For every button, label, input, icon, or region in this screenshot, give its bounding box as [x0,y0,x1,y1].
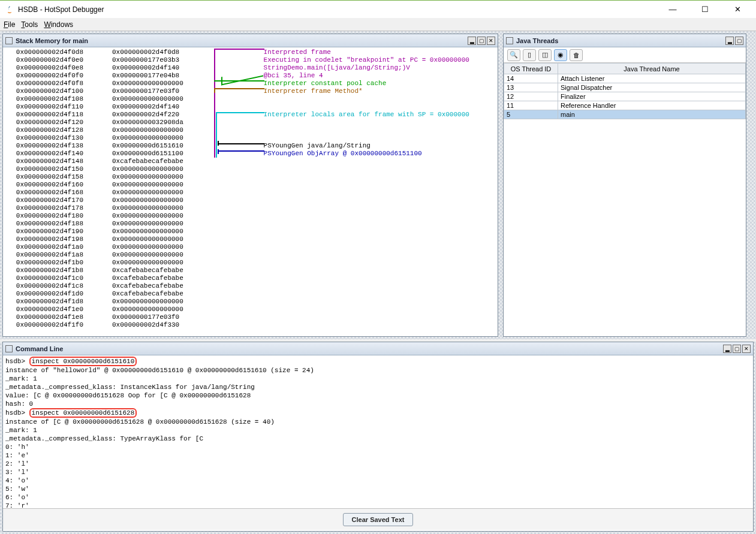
stack-val: 0x00000000032908da [112,119,220,126]
cmd-line: 2: 'l' [5,460,751,468]
stack-row[interactable]: 0x000000002d4f1280x0000000000000000 [4,126,496,134]
stack-addr: 0x000000002d4f1a8 [4,251,112,259]
close-button[interactable]: ✕ [742,345,751,353]
stack-desc [220,259,264,267]
menu-tools[interactable]: Tools [21,20,38,29]
cell-os-id: 12 [504,92,558,101]
stack-row[interactable]: 0x000000002d4f1d00xcafebabecafebabe [4,290,496,298]
cmd-line: 6: 'o' [5,493,751,502]
stack-val: 0x0000000000000000 [112,95,220,103]
maximize-button[interactable]: ▢ [477,37,486,45]
stack-row[interactable]: 0x000000002d4f1800x0000000000000000 [4,212,496,220]
bracket-brown-v [214,88,215,93]
stack-val: 0x000000002d4f220 [112,111,220,119]
stack-val: 0x0000000177e03b3 [112,56,220,64]
stack-row[interactable]: 0x000000002d4f1480xcafebabecafebabe [4,158,496,165]
stack-row[interactable]: 0x000000002d4f1200x00000000032908da [4,119,496,126]
stack-row[interactable]: 0x000000002d4f1580x0000000000000000 [4,173,496,181]
close-button[interactable]: ✕ [487,37,495,45]
threads-table[interactable]: OS Thread ID Java Thread Name 14Attach L… [504,63,746,336]
stack-addr: 0x000000002d4f168 [4,189,112,197]
highlighted-command: inspect 0x00000000d6151628 [29,408,137,418]
cell-thread-name: Signal Dispatcher [558,83,746,92]
frame-titlebar[interactable]: Command Line ▂ ▢ ✕ [3,342,753,355]
stack-row[interactable]: 0x000000002d4f1900x0000000000000000 [4,228,496,236]
col-java-thread-name[interactable]: Java Thread Name [558,64,746,74]
stack-val: 0x0000000000000000 [112,197,220,204]
stack-row[interactable]: 0x000000002d4f1500x0000000000000000 [4,165,496,173]
close-button[interactable]: ✕ [728,1,746,19]
find-crashes-button[interactable]: 🗑 [570,49,583,61]
menu-windows[interactable]: Windows [44,20,73,29]
cmd-line: instance of "helloworld" @ 0x00000000d61… [5,366,751,375]
menu-file[interactable]: File [4,20,15,29]
bottom-area: Command Line ▂ ▢ ✕ hsdb> inspect 0x00000… [0,342,756,534]
stack-body[interactable]: 0x000000002d4f0d80x000000002d4f0d8 Inter… [3,47,498,337]
table-row[interactable]: 12Finalizer [504,92,746,101]
stack-row[interactable]: 0x000000002d4f1700x0000000000000000 [4,197,496,204]
clear-saved-text-button[interactable]: Clear Saved Text [343,513,414,526]
stack-row[interactable]: 0x000000002d4f1a00x0000000000000000 [4,243,496,251]
stack-addr: 0x000000002d4f1d0 [4,290,112,298]
stack-row[interactable]: 0x000000002d4f1d80x0000000000000000 [4,298,496,306]
stack-row[interactable]: 0x000000002d4f0e00x0000000177e03b3 Execu… [4,56,496,64]
stack-addr: 0x000000002d4f1f0 [4,321,112,329]
table-row[interactable]: 11Reference Handler [504,101,746,110]
stack-row[interactable]: 0x000000002d4f1b80xcafebabecafebabe [4,267,496,274]
table-row[interactable]: 14Attach Listener [504,74,746,83]
stack-row[interactable]: 0x000000002d4f1980x0000000000000000 [4,236,496,243]
stack-row[interactable]: 0x000000002d4f1300x0000000000000000 [4,134,496,142]
stack-val: 0x0000000000000000 [112,306,220,313]
stack-addr: 0x000000002d4f108 [4,95,112,103]
stack-button[interactable]: ▯ [523,49,536,61]
col-os-thread-id[interactable]: OS Thread ID [504,64,558,74]
stack-row[interactable]: 0x000000002d4f1680x0000000000000000 [4,189,496,197]
stack-row[interactable]: 0x000000002d4f1780x0000000000000000 [4,204,496,212]
table-row[interactable]: 5main [504,110,746,119]
iconify-button[interactable]: ▂ [468,37,476,45]
bracket-cyan [216,112,217,158]
maximize-button[interactable]: ☐ [696,1,714,19]
stack-row[interactable]: 0x000000002d4f1080x0000000000000000 [4,95,496,103]
bracket-cyan-h [216,112,264,113]
stack-row[interactable]: 0x000000002d4f1f00x000000002d4f330 [4,321,496,329]
minimize-button[interactable]: — [664,1,682,19]
stack-val: 0x000000002d4f140 [112,64,220,72]
window-controls: — ☐ ✕ [664,1,751,19]
cmd-line: _metadata._compressed_klass: TypeArrayKl… [5,435,751,443]
cmd-line: _metadata._compressed_klass: InstanceKla… [5,383,751,391]
stack-row[interactable]: 0x000000002d4f1c80xcafebabecafebabe [4,282,496,290]
cmd-line: _mark: 1 [5,375,751,383]
stack-addr: 0x000000002d4f118 [4,111,112,119]
stack-row[interactable]: 0x000000002d4f1600x0000000000000000 [4,181,496,189]
stack-addr: 0x000000002d4f178 [4,204,112,212]
maximize-button[interactable]: ▢ [733,345,741,353]
stack-row[interactable]: 0x000000002d4f1b00x0000000000000000 [4,259,496,267]
stack-val: 0x00000000d6151100 [112,150,220,158]
table-row[interactable]: 13Signal Dispatcher [504,83,746,92]
stack-row[interactable]: 0x000000002d4f1e00x0000000000000000 [4,306,496,313]
frame-titlebar[interactable]: Stack Memory for main ▂ ▢ ✕ [3,34,498,47]
stack-row[interactable]: 0x000000002d4f1c00xcafebabecafebabe [4,274,496,282]
stack-addr: 0x000000002d4f150 [4,165,112,173]
stack-row[interactable]: 0x000000002d4f1880x0000000000000000 [4,220,496,228]
bracket-black [218,143,264,144]
command-output[interactable]: hsdb> inspect 0x00000000d6151610instance… [3,355,753,508]
stack-val: 0x0000000000000000 [112,243,220,251]
stack-row[interactable]: 0x000000002d4f1a80x0000000000000000 [4,251,496,259]
show-thread-button[interactable]: ◉ [554,49,567,61]
menubar: File Tools Windows [0,18,756,31]
frame-titlebar[interactable]: Java Threads ▂ ▢ [504,34,746,47]
workspace: Stack Memory for main ▂ ▢ ✕ 0x000000 [0,31,756,339]
maximize-button[interactable]: ▢ [735,37,743,45]
stack-row[interactable]: 0x000000002d4f1100x000000002d4f140 [4,103,496,111]
inspect-button[interactable]: 🔍 [507,49,520,61]
iconify-button[interactable]: ▂ [725,37,734,45]
memory-button[interactable]: ◫ [538,49,552,61]
stack-addr: 0x000000002d4f160 [4,181,112,189]
cell-os-id: 11 [504,101,558,110]
iconify-button[interactable]: ▂ [723,345,731,353]
stack-desc [220,274,264,282]
highlighted-command: inspect 0x00000000d6151610 [29,357,137,366]
stack-row[interactable]: 0x000000002d4f1e80x0000000177e03f0 [4,313,496,321]
